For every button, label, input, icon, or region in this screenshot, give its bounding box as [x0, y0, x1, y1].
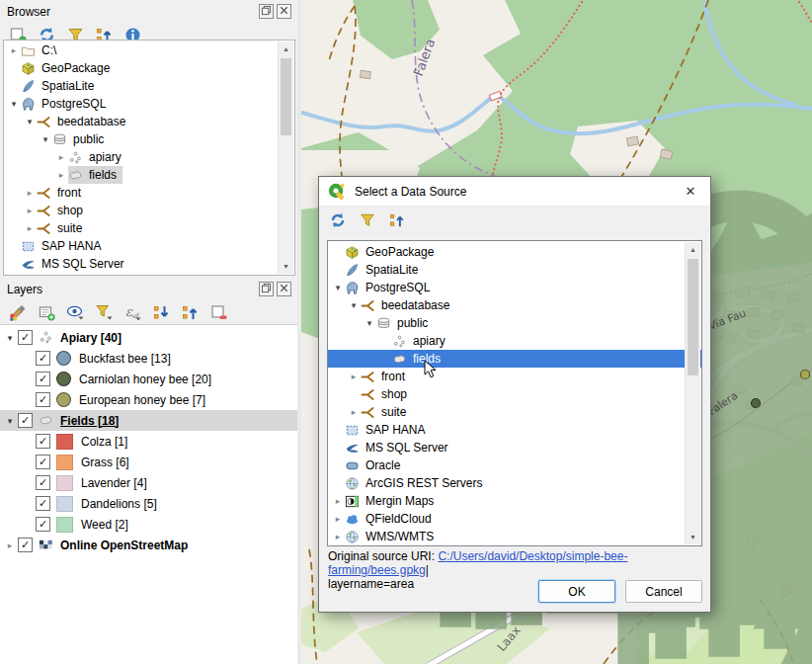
- chevron-down-icon[interactable]: ▾: [23, 117, 37, 126]
- chevron-right-icon[interactable]: ▸: [7, 45, 21, 55]
- dialog-scrollbar[interactable]: ▲ ▼: [685, 242, 700, 544]
- layer-item-buckfast-bee-13[interactable]: ✓Buckfast bee [13]: [0, 348, 297, 369]
- float-panel-icon[interactable]: [259, 282, 274, 296]
- chevron-right-icon[interactable]: ▸: [23, 223, 37, 233]
- tree-item-ms-sql-server[interactable]: MS SQL Server: [4, 255, 294, 273]
- dialog-title-bar[interactable]: Select a Data Source ✕: [319, 177, 710, 207]
- tree-item-beedatabase[interactable]: ▾beedatabase: [4, 113, 294, 130]
- chevron-right-icon[interactable]: ▸: [2, 540, 18, 550]
- tree-item-arcgis-rest-servers[interactable]: ArcGIS REST Servers: [328, 474, 701, 492]
- layer-item-colza-1[interactable]: ✓Colza [1]: [0, 431, 297, 452]
- chevron-down-icon[interactable]: ▾: [2, 333, 18, 343]
- chevron-down-icon[interactable]: ▾: [331, 283, 345, 292]
- layer-checkbox[interactable]: ✓: [36, 455, 50, 469]
- tree-item-geopackage[interactable]: GeoPackage: [328, 243, 701, 261]
- chevron-down-icon[interactable]: ▾: [363, 318, 376, 328]
- filter-by-expression-icon[interactable]: [122, 302, 142, 322]
- layer-item-weed-2[interactable]: ✓Weed [2]: [0, 514, 297, 535]
- layer-checkbox[interactable]: ✓: [36, 517, 50, 532]
- open-layer-styling-icon[interactable]: [8, 302, 28, 322]
- tree-item-ms-sql-server[interactable]: MS SQL Server: [328, 439, 701, 456]
- tree-item-spatialite[interactable]: SpatiaLite: [4, 77, 294, 95]
- layer-item-fields-18[interactable]: ▾✓Fields [18]: [0, 410, 297, 431]
- chevron-down-icon[interactable]: ▾: [7, 99, 21, 109]
- tree-item-front[interactable]: ▸front: [328, 368, 701, 385]
- tree-item-shop[interactable]: ▸shop: [4, 202, 294, 219]
- layer-checkbox[interactable]: ✓: [36, 434, 50, 449]
- tree-item-suite[interactable]: ▸suite: [4, 219, 294, 237]
- cancel-button[interactable]: Cancel: [625, 580, 702, 603]
- layer-item-lavender-4[interactable]: ✓Lavender [4]: [0, 472, 297, 493]
- expand-all-icon[interactable]: [151, 302, 171, 322]
- scroll-down-icon[interactable]: ▼: [279, 259, 293, 274]
- layer-checkbox[interactable]: ✓: [18, 538, 33, 552]
- collapse-all-icon[interactable]: [180, 302, 200, 322]
- chevron-down-icon[interactable]: ▾: [347, 300, 361, 310]
- add-group-icon[interactable]: [37, 302, 56, 322]
- manage-map-themes-icon[interactable]: [65, 302, 85, 322]
- tree-item-spatialite[interactable]: SpatiaLite: [328, 261, 701, 279]
- tree-item-front[interactable]: ▸front: [4, 184, 294, 202]
- chevron-down-icon[interactable]: ▾: [39, 134, 52, 144]
- collapse-all-icon[interactable]: [388, 211, 406, 232]
- tree-item-sap-hana[interactable]: SAP HANA: [328, 421, 701, 439]
- chevron-right-icon[interactable]: ▸: [23, 188, 37, 198]
- tree-item-sap-hana[interactable]: SAP HANA: [4, 237, 294, 255]
- panel-map-divider[interactable]: [297, 0, 301, 664]
- layer-checkbox[interactable]: ✓: [18, 330, 33, 345]
- tree-item-fields[interactable]: ▸fields: [4, 166, 294, 184]
- chevron-right-icon[interactable]: ▸: [331, 532, 345, 541]
- layer-item-apiary-40[interactable]: ▾✓Apiary [40]: [0, 327, 297, 348]
- scrollbar-thumb[interactable]: [281, 58, 291, 135]
- tree-item-postgresql[interactable]: ▾PostgreSQL: [328, 279, 701, 296]
- chevron-right-icon[interactable]: ▸: [347, 407, 361, 417]
- filter-legend-icon[interactable]: [94, 302, 114, 322]
- chevron-right-icon[interactable]: ▸: [331, 514, 345, 524]
- ok-button[interactable]: OK: [538, 580, 615, 603]
- tree-item-c[interactable]: ▸C:\: [4, 42, 294, 59]
- chevron-right-icon[interactable]: ▸: [54, 152, 68, 162]
- chevron-right-icon[interactable]: ▸: [347, 372, 361, 381]
- scroll-up-icon[interactable]: ▲: [686, 242, 700, 257]
- chevron-down-icon[interactable]: ▾: [2, 416, 18, 426]
- layer-item-dandelions-5[interactable]: ✓Dandelions [5]: [0, 493, 297, 514]
- remove-layer-icon[interactable]: [208, 302, 228, 322]
- dialog-close-icon[interactable]: ✕: [671, 177, 710, 206]
- tree-item-apiary[interactable]: apiary: [328, 332, 701, 350]
- filter-icon[interactable]: [359, 211, 376, 232]
- layer-item-online-openstreetmap[interactable]: ▸✓Online OpenStreetMap: [0, 535, 297, 555]
- tree-item-wms-wmts[interactable]: ▸WMS/WMTS: [328, 528, 701, 545]
- layer-checkbox[interactable]: ✓: [36, 392, 50, 407]
- layer-checkbox[interactable]: ✓: [36, 372, 50, 386]
- layer-item-carniolan-honey-bee-20[interactable]: ✓Carniolan honey bee [20]: [0, 369, 297, 389]
- tree-item-postgresql[interactable]: ▾PostgreSQL: [4, 95, 294, 113]
- chevron-right-icon[interactable]: ▸: [23, 206, 37, 215]
- tree-item-qfieldcloud[interactable]: ▸QFieldCloud: [328, 510, 701, 528]
- float-panel-icon[interactable]: [259, 4, 274, 19]
- close-panel-icon[interactable]: [277, 4, 291, 19]
- tree-item-shop[interactable]: shop: [328, 385, 701, 403]
- tree-item-public[interactable]: ▾public: [328, 314, 701, 332]
- browser-scrollbar[interactable]: ▲ ▼: [278, 42, 293, 274]
- tree-item-public[interactable]: ▾public: [4, 130, 294, 148]
- layer-checkbox[interactable]: ✓: [18, 413, 33, 428]
- layer-checkbox[interactable]: ✓: [36, 475, 50, 490]
- scrollbar-thumb[interactable]: [688, 259, 698, 375]
- layer-checkbox[interactable]: ✓: [36, 496, 50, 511]
- tree-item-suite[interactable]: ▸suite: [328, 403, 701, 421]
- layer-item-european-honey-bee-7[interactable]: ✓European honey bee [7]: [0, 389, 297, 410]
- tree-item-fields[interactable]: fields: [328, 350, 701, 368]
- chevron-right-icon[interactable]: ▸: [331, 496, 345, 506]
- tree-item-oracle[interactable]: Oracle: [328, 456, 701, 474]
- tree-item-beedatabase[interactable]: ▾beedatabase: [328, 296, 701, 314]
- close-panel-icon[interactable]: [277, 282, 291, 296]
- scroll-up-icon[interactable]: ▲: [279, 42, 293, 56]
- chevron-right-icon[interactable]: ▸: [54, 170, 68, 180]
- refresh-icon[interactable]: [329, 211, 347, 232]
- tree-item-apiary[interactable]: ▸apiary: [4, 148, 294, 166]
- tree-item-geopackage[interactable]: GeoPackage: [4, 59, 294, 77]
- layer-checkbox[interactable]: ✓: [36, 351, 50, 366]
- scroll-down-icon[interactable]: ▼: [686, 530, 700, 544]
- layer-item-grass-6[interactable]: ✓Grass [6]: [0, 452, 297, 472]
- tree-item-mergin-maps[interactable]: ▸Mergin Maps: [328, 492, 701, 510]
